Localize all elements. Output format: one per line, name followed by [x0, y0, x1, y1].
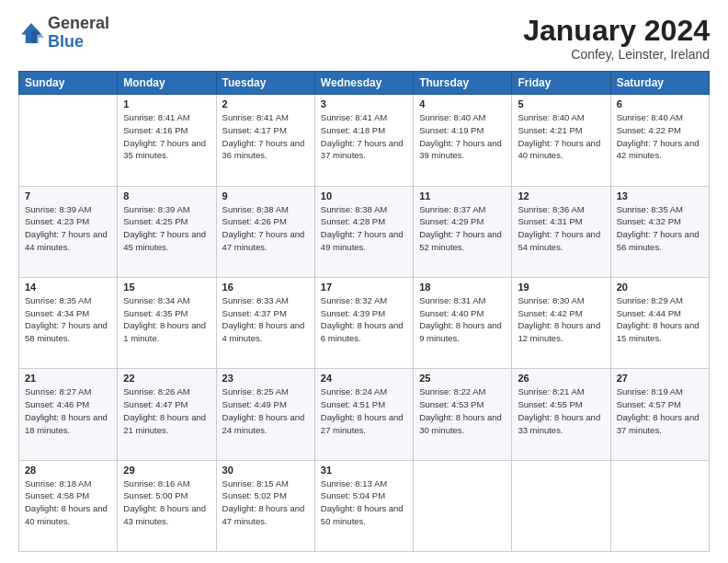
day-number: 4 [419, 98, 506, 109]
page: General Blue January 2024 Confey, Leinst… [0, 0, 728, 563]
day-info: Sunrise: 8:33 AMSunset: 4:37 PMDaylight:… [222, 294, 309, 345]
table-row: 5Sunrise: 8:40 AMSunset: 4:21 PMDaylight… [512, 95, 610, 186]
day-info: Sunrise: 8:36 AMSunset: 4:31 PMDaylight:… [518, 203, 604, 254]
day-info: Sunrise: 8:41 AMSunset: 4:18 PMDaylight:… [321, 111, 407, 162]
calendar-week-row: 21Sunrise: 8:27 AMSunset: 4:46 PMDayligh… [19, 369, 710, 460]
day-number: 28 [25, 465, 111, 476]
calendar-header-row: Sunday Monday Tuesday Wednesday Thursday… [19, 72, 710, 95]
day-info: Sunrise: 8:35 AMSunset: 4:34 PMDaylight:… [25, 294, 111, 345]
day-number: 23 [222, 373, 309, 384]
month-title: January 2024 [523, 15, 710, 47]
svg-marker-1 [31, 29, 44, 43]
day-info: Sunrise: 8:27 AMSunset: 4:46 PMDaylight:… [25, 385, 111, 436]
table-row: 16Sunrise: 8:33 AMSunset: 4:37 PMDayligh… [216, 277, 314, 368]
table-row: 14Sunrise: 8:35 AMSunset: 4:34 PMDayligh… [19, 277, 118, 368]
day-number: 27 [617, 373, 703, 384]
day-number: 24 [321, 373, 407, 384]
day-info: Sunrise: 8:39 AMSunset: 4:23 PMDaylight:… [25, 203, 111, 254]
day-info: Sunrise: 8:15 AMSunset: 5:02 PMDaylight:… [222, 477, 309, 528]
col-thursday: Thursday [414, 72, 512, 95]
day-info: Sunrise: 8:16 AMSunset: 5:00 PMDaylight:… [123, 477, 210, 528]
table-row: 15Sunrise: 8:34 AMSunset: 4:35 PMDayligh… [118, 277, 216, 368]
day-info: Sunrise: 8:34 AMSunset: 4:35 PMDaylight:… [123, 294, 210, 345]
day-number: 17 [321, 282, 407, 293]
day-number: 9 [222, 190, 309, 201]
day-number: 30 [222, 465, 309, 476]
col-friday: Friday [512, 72, 610, 95]
table-row: 12Sunrise: 8:36 AMSunset: 4:31 PMDayligh… [512, 186, 610, 277]
table-row: 6Sunrise: 8:40 AMSunset: 4:22 PMDaylight… [610, 95, 709, 186]
calendar-week-row: 1Sunrise: 8:41 AMSunset: 4:16 PMDaylight… [19, 95, 710, 186]
calendar-table: Sunday Monday Tuesday Wednesday Thursday… [18, 71, 710, 552]
day-info: Sunrise: 8:40 AMSunset: 4:22 PMDaylight:… [617, 111, 703, 162]
day-info: Sunrise: 8:22 AMSunset: 4:53 PMDaylight:… [419, 385, 506, 436]
table-row: 17Sunrise: 8:32 AMSunset: 4:39 PMDayligh… [314, 277, 413, 368]
day-info: Sunrise: 8:21 AMSunset: 4:55 PMDaylight:… [518, 385, 604, 436]
day-number: 11 [419, 190, 506, 201]
table-row: 11Sunrise: 8:37 AMSunset: 4:29 PMDayligh… [414, 186, 512, 277]
table-row: 10Sunrise: 8:38 AMSunset: 4:28 PMDayligh… [314, 186, 413, 277]
table-row: 7Sunrise: 8:39 AMSunset: 4:23 PMDaylight… [19, 186, 118, 277]
table-row [414, 460, 512, 551]
col-sunday: Sunday [19, 72, 118, 95]
day-info: Sunrise: 8:40 AMSunset: 4:19 PMDaylight:… [419, 111, 506, 162]
col-tuesday: Tuesday [216, 72, 314, 95]
day-info: Sunrise: 8:40 AMSunset: 4:21 PMDaylight:… [518, 111, 604, 162]
location: Confey, Leinster, Ireland [523, 47, 710, 62]
day-info: Sunrise: 8:30 AMSunset: 4:42 PMDaylight:… [518, 294, 604, 345]
col-monday: Monday [118, 72, 216, 95]
logo-general-text: General [48, 14, 109, 32]
table-row: 19Sunrise: 8:30 AMSunset: 4:42 PMDayligh… [512, 277, 610, 368]
day-number: 3 [321, 98, 407, 109]
day-number: 13 [617, 190, 703, 201]
header: General Blue January 2024 Confey, Leinst… [18, 15, 710, 62]
day-number: 31 [321, 465, 407, 476]
table-row: 24Sunrise: 8:24 AMSunset: 4:51 PMDayligh… [314, 369, 413, 460]
title-block: January 2024 Confey, Leinster, Ireland [523, 15, 710, 62]
day-info: Sunrise: 8:37 AMSunset: 4:29 PMDaylight:… [419, 203, 506, 254]
day-info: Sunrise: 8:31 AMSunset: 4:40 PMDaylight:… [419, 294, 506, 345]
logo-text: General Blue [48, 15, 109, 52]
day-number: 20 [617, 282, 703, 293]
table-row: 23Sunrise: 8:25 AMSunset: 4:49 PMDayligh… [216, 369, 314, 460]
table-row: 9Sunrise: 8:38 AMSunset: 4:26 PMDaylight… [216, 186, 314, 277]
col-saturday: Saturday [610, 72, 709, 95]
table-row: 25Sunrise: 8:22 AMSunset: 4:53 PMDayligh… [414, 369, 512, 460]
day-info: Sunrise: 8:41 AMSunset: 4:17 PMDaylight:… [222, 111, 309, 162]
day-number: 15 [123, 282, 210, 293]
table-row [512, 460, 610, 551]
day-info: Sunrise: 8:24 AMSunset: 4:51 PMDaylight:… [321, 385, 407, 436]
table-row: 3Sunrise: 8:41 AMSunset: 4:18 PMDaylight… [314, 95, 413, 186]
day-number: 29 [123, 465, 210, 476]
calendar-week-row: 7Sunrise: 8:39 AMSunset: 4:23 PMDaylight… [19, 186, 710, 277]
day-info: Sunrise: 8:41 AMSunset: 4:16 PMDaylight:… [123, 111, 210, 162]
day-info: Sunrise: 8:35 AMSunset: 4:32 PMDaylight:… [617, 203, 703, 254]
table-row: 20Sunrise: 8:29 AMSunset: 4:44 PMDayligh… [610, 277, 709, 368]
day-number: 12 [518, 190, 604, 201]
table-row: 29Sunrise: 8:16 AMSunset: 5:00 PMDayligh… [118, 460, 216, 551]
table-row: 2Sunrise: 8:41 AMSunset: 4:17 PMDaylight… [216, 95, 314, 186]
day-number: 16 [222, 282, 309, 293]
table-row: 26Sunrise: 8:21 AMSunset: 4:55 PMDayligh… [512, 369, 610, 460]
table-row: 21Sunrise: 8:27 AMSunset: 4:46 PMDayligh… [19, 369, 118, 460]
table-row: 28Sunrise: 8:18 AMSunset: 4:58 PMDayligh… [19, 460, 118, 551]
day-number: 22 [123, 373, 210, 384]
day-number: 26 [518, 373, 604, 384]
day-info: Sunrise: 8:39 AMSunset: 4:25 PMDaylight:… [123, 203, 210, 254]
day-info: Sunrise: 8:26 AMSunset: 4:47 PMDaylight:… [123, 385, 210, 436]
table-row: 31Sunrise: 8:13 AMSunset: 5:04 PMDayligh… [314, 460, 413, 551]
logo-icon [18, 20, 44, 46]
day-number: 6 [617, 98, 703, 109]
day-number: 8 [123, 190, 210, 201]
day-info: Sunrise: 8:38 AMSunset: 4:26 PMDaylight:… [222, 203, 309, 254]
calendar-week-row: 14Sunrise: 8:35 AMSunset: 4:34 PMDayligh… [19, 277, 710, 368]
day-info: Sunrise: 8:13 AMSunset: 5:04 PMDaylight:… [321, 477, 407, 528]
table-row: 30Sunrise: 8:15 AMSunset: 5:02 PMDayligh… [216, 460, 314, 551]
day-info: Sunrise: 8:32 AMSunset: 4:39 PMDaylight:… [321, 294, 407, 345]
day-info: Sunrise: 8:19 AMSunset: 4:57 PMDaylight:… [617, 385, 703, 436]
table-row [610, 460, 709, 551]
table-row: 8Sunrise: 8:39 AMSunset: 4:25 PMDaylight… [118, 186, 216, 277]
table-row: 22Sunrise: 8:26 AMSunset: 4:47 PMDayligh… [118, 369, 216, 460]
col-wednesday: Wednesday [314, 72, 413, 95]
day-info: Sunrise: 8:29 AMSunset: 4:44 PMDaylight:… [617, 294, 703, 345]
